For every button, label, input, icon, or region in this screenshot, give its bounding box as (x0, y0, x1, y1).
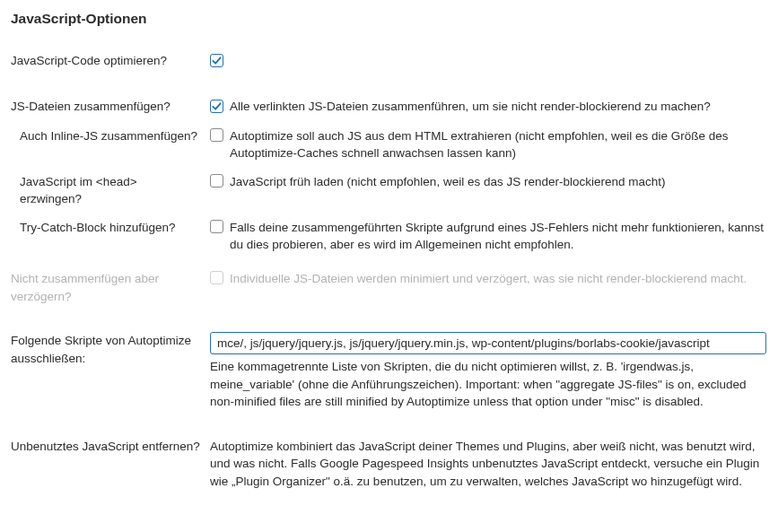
desc-forcehead-js: JavaScript früh laden (nicht empfohlen, … (230, 173, 767, 191)
label-forcehead-js: JavaScript im <head> erzwingen? (11, 173, 210, 208)
desc-unused-js: Autoptimize kombiniert das JavaScript de… (210, 438, 767, 491)
checkbox-aggregate-js[interactable] (210, 100, 223, 113)
label-inline-js: Auch Inline-JS zusammenfügen? (11, 127, 210, 145)
desc-trycatch-js: Falls deine zusammengeführten Skripte au… (230, 219, 767, 254)
desc-inline-js: Autoptimize soll auch JS aus dem HTML ex… (230, 127, 767, 162)
label-exclude-js: Folgende Skripte von Autoptimize ausschl… (11, 332, 210, 367)
checkbox-defer-js (210, 271, 223, 284)
label-optimize-js: JavaScript-Code optimieren? (11, 52, 210, 70)
help-exclude-js: Eine kommagetrennte Liste von Skripten, … (210, 358, 766, 411)
checkbox-inline-js[interactable] (210, 128, 223, 142)
label-aggregate-js: JS-Dateien zusammenfügen? (11, 98, 210, 116)
label-defer-js: Nicht zusammenfügen aber verzögern? (11, 270, 210, 305)
input-exclude-js[interactable] (210, 332, 766, 354)
section-title: JavaScript-Optionen (11, 9, 767, 29)
checkbox-optimize-js[interactable] (210, 54, 223, 67)
checkbox-trycatch-js[interactable] (210, 220, 223, 233)
desc-defer-js: Individuelle JS-Dateien werden minimiert… (230, 270, 767, 288)
label-unused-js: Unbenutztes JavaScript entfernen? (11, 438, 210, 456)
desc-aggregate-js: Alle verlinkten JS-Dateien zusammenführe… (230, 98, 767, 116)
label-trycatch-js: Try-Catch-Block hinzufügen? (11, 219, 210, 237)
checkbox-forcehead-js[interactable] (210, 174, 223, 188)
